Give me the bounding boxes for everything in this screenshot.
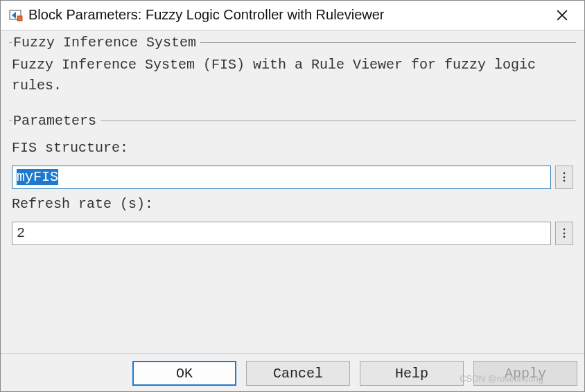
- fis-group: Fuzzy Inference System Fuzzy Inference S…: [6, 30, 579, 109]
- parameters-group-title: Parameters: [13, 113, 96, 129]
- simulink-block-icon: [9, 8, 23, 22]
- fis-structure-browse-button[interactable]: ⋮: [555, 166, 573, 189]
- cancel-button[interactable]: Cancel: [246, 361, 350, 386]
- fis-structure-row: myFIS ⋮: [12, 166, 573, 189]
- ok-button[interactable]: OK: [132, 361, 236, 386]
- vertical-dots-icon: ⋮: [559, 226, 570, 240]
- close-button[interactable]: [548, 4, 576, 26]
- spacer: [1, 262, 584, 353]
- svg-rect-2: [17, 16, 22, 21]
- window-title: Block Parameters: Fuzzy Logic Controller…: [28, 7, 385, 23]
- parameters-group: Parameters FIS structure: myFIS ⋮ Refres…: [6, 109, 579, 262]
- titlebar: Block Parameters: Fuzzy Logic Controller…: [1, 1, 584, 30]
- fis-structure-label: FIS structure:: [12, 140, 573, 156]
- apply-button: Apply: [473, 361, 577, 386]
- parameters-group-header: Parameters: [9, 113, 576, 129]
- fis-group-header: Fuzzy Inference System: [9, 35, 576, 51]
- fis-structure-input[interactable]: myFIS: [12, 166, 551, 189]
- fis-group-title: Fuzzy Inference System: [13, 35, 196, 51]
- refresh-rate-browse-button[interactable]: ⋮: [555, 222, 573, 245]
- titlebar-left: Block Parameters: Fuzzy Logic Controller…: [9, 7, 385, 23]
- refresh-rate-label: Refresh rate (s):: [12, 196, 573, 212]
- fis-structure-value: myFIS: [17, 169, 58, 185]
- refresh-rate-row: 2 ⋮: [12, 222, 573, 245]
- vertical-dots-icon: ⋮: [559, 170, 570, 184]
- refresh-rate-input[interactable]: 2: [12, 222, 551, 245]
- dialog-content: Fuzzy Inference System Fuzzy Inference S…: [1, 30, 584, 392]
- refresh-rate-value: 2: [17, 225, 25, 241]
- parameters-body: FIS structure: myFIS ⋮ Refresh rate (s):…: [9, 129, 576, 256]
- help-button[interactable]: Help: [360, 361, 464, 386]
- fis-description: Fuzzy Inference System (FIS) with a Rule…: [9, 51, 576, 103]
- dialog-footer: OK Cancel Help Apply: [1, 353, 584, 392]
